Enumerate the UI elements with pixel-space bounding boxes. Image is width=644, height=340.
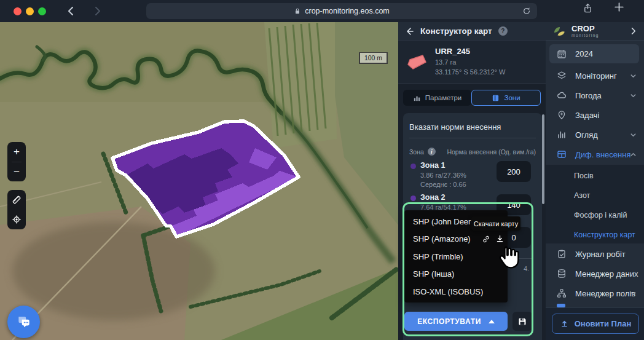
- tab-parameters-label: Параметри: [425, 94, 461, 101]
- zoom-out-button[interactable]: −: [7, 163, 26, 181]
- stats-icon: [557, 130, 567, 140]
- map-imagery: [0, 22, 398, 340]
- submenu-item-nitrogen[interactable]: Азот: [574, 186, 644, 205]
- divider: [409, 138, 536, 138]
- maximize-window-button[interactable]: [38, 7, 46, 15]
- crop-monitoring-logo: [552, 24, 567, 39]
- panel-tabs: Параметри Зони: [403, 90, 541, 106]
- caret-up-icon: [489, 320, 495, 323]
- zone-column-label: Зона: [409, 148, 424, 156]
- copy-link-icon[interactable]: [482, 235, 490, 243]
- menu-item-shp-amazone[interactable]: SHP (Amazone): [404, 231, 508, 248]
- sidebar-item-fields-manager[interactable]: Менеджер полів: [546, 284, 644, 302]
- database-icon: [557, 269, 567, 279]
- locate-icon[interactable]: [7, 210, 26, 229]
- panel-scrollbar[interactable]: [542, 114, 544, 204]
- export-button[interactable]: ЕКСПОРТУВАТИ: [404, 312, 508, 331]
- help-icon[interactable]: ?: [498, 26, 508, 36]
- bar-chart-icon: [413, 94, 421, 102]
- tab-parameters[interactable]: Параметри: [403, 90, 471, 106]
- field-shape-icon: [406, 53, 428, 71]
- sidebar-header: CROP monitoring: [546, 22, 644, 41]
- clipboard-check-icon: [557, 249, 567, 259]
- collapse-sidebar-icon[interactable]: [629, 26, 638, 36]
- app-window: crop-monitoring.eos.com: [0, 0, 644, 340]
- zone1-average: Середнє : 0.66: [420, 181, 466, 188]
- submenu-item-phosphorus-potassium[interactable]: Фосфор і калій: [574, 205, 644, 225]
- chevron-down-icon: [630, 132, 637, 138]
- menu-item-isoxml[interactable]: ISO-XML (ISOBUS): [404, 283, 508, 301]
- chevron-down-icon: [630, 73, 637, 79]
- ruler-icon[interactable]: [7, 191, 26, 209]
- field-area: 13.7 га: [435, 58, 505, 68]
- address-bar[interactable]: crop-monitoring.eos.com: [146, 3, 537, 19]
- menu-item-shp-other[interactable]: SHP (Інша): [404, 266, 508, 283]
- chat-support-button[interactable]: [7, 306, 40, 338]
- map-tools: [7, 190, 26, 229]
- chevron-up-icon: [630, 151, 637, 158]
- sidebar-item-label: Моніторинг: [575, 71, 617, 81]
- rates-columns: Зона i Норма внесення (Од. вим./га): [409, 148, 536, 156]
- cloud-icon: [557, 90, 567, 100]
- zoom-controls: + −: [7, 142, 26, 181]
- minimize-window-button[interactable]: [26, 7, 34, 15]
- zone2-color-dot: [410, 196, 416, 201]
- lock-icon: [294, 7, 301, 15]
- sidebar-item-label: Менеджер полів: [575, 289, 635, 298]
- chevron-down-icon: [630, 92, 637, 99]
- sidebar-item-label: Задачі: [575, 111, 599, 120]
- sidebar-item-weather[interactable]: Погода: [546, 86, 644, 105]
- browser-chrome: crop-monitoring.eos.com: [0, 0, 644, 22]
- upload-icon: [560, 319, 569, 328]
- task-pin-icon: [557, 110, 567, 120]
- save-button[interactable]: [512, 312, 532, 331]
- scale-label: 100 m: [364, 54, 382, 61]
- tab-zones[interactable]: Зони: [471, 90, 541, 106]
- tab-zones-label: Зони: [504, 94, 520, 101]
- zones-map-icon: [492, 94, 500, 102]
- menu-item-shp-trimble[interactable]: SHP (Trimble): [404, 248, 508, 266]
- sidebar-item-label: Менеджер даних: [575, 269, 638, 279]
- reload-icon[interactable]: [522, 7, 531, 15]
- panel-title: Конструктор карт: [420, 26, 492, 36]
- field-summary-card[interactable]: URR_245 13.7 га 33.1175° S 56.2312° W: [398, 41, 546, 84]
- zone1-name: Зона 1: [420, 161, 445, 170]
- sidebar-item-monitoring[interactable]: Моніторинг: [546, 66, 644, 85]
- share-icon[interactable]: [583, 3, 593, 14]
- url-text: crop-monitoring.eos.com: [305, 7, 390, 15]
- back-icon[interactable]: [65, 5, 77, 17]
- new-tab-icon[interactable]: [613, 1, 625, 13]
- zoom-in-button[interactable]: +: [7, 143, 26, 161]
- chat-icon: [16, 314, 32, 330]
- back-arrow-icon[interactable]: [404, 26, 414, 36]
- submenu-item-map-constructor[interactable]: Конструктор карт: [574, 225, 644, 245]
- download-icon[interactable]: [495, 234, 505, 243]
- sidebar-item-variable-rate[interactable]: Диф. внесення: [546, 145, 644, 164]
- info-icon[interactable]: i: [428, 148, 436, 156]
- brand-name: CROP: [571, 25, 599, 33]
- submenu-item-seeding[interactable]: Посів: [574, 166, 644, 186]
- close-window-button[interactable]: [14, 7, 22, 15]
- export-button-label: ЕКСПОРТУВАТИ: [417, 317, 481, 326]
- sidebar-item-work-log[interactable]: Журнал робіт: [546, 245, 644, 263]
- update-plan-label: Оновити План: [575, 319, 632, 328]
- divider: [516, 258, 532, 259]
- sidebar-item-data-manager[interactable]: Менеджер даних: [546, 264, 644, 283]
- vra-grid-icon: [557, 149, 567, 159]
- forward-icon[interactable]: [91, 5, 103, 17]
- field-coordinates: 33.1175° S 56.2312° W: [435, 68, 505, 77]
- update-plan-button[interactable]: Оновити План: [552, 314, 639, 334]
- calendar-icon: [557, 49, 567, 59]
- sidebar-item-season-2024[interactable]: 2024: [549, 44, 639, 63]
- map-scale-badge: 100 m: [359, 52, 388, 64]
- rates-heading: Вказати норми внесення: [409, 122, 501, 132]
- zone1-color-dot: [410, 164, 416, 169]
- sidebar-item-overview[interactable]: Огляд: [546, 125, 644, 144]
- satellite-map[interactable]: 100 m + −: [0, 22, 398, 340]
- brand-subtitle: monitoring: [571, 33, 599, 38]
- chevron-down-icon: [630, 290, 637, 297]
- zone1-rate-input[interactable]: 200: [497, 161, 531, 182]
- sidebar-item-tasks[interactable]: Задачі: [546, 106, 644, 124]
- zone3-average-fragment: 4.: [524, 265, 529, 272]
- download-map-tooltip: Скачати карту: [471, 216, 520, 231]
